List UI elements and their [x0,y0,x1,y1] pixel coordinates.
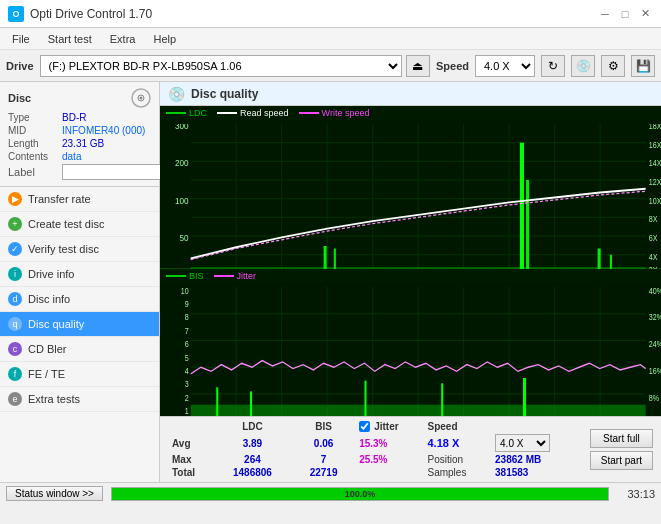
status-time: 33:13 [617,488,655,500]
legend-write-speed: Write speed [299,108,370,118]
avg-label: Avg [168,433,213,453]
total-label: Total [168,466,213,479]
close-button[interactable]: ✕ [637,6,653,22]
legend-bis: BIS [166,271,204,281]
create-test-disc-label: Create test disc [28,218,104,230]
app-icon: O [8,6,24,22]
drive-info-label: Drive info [28,268,74,280]
nav-item-verify-test-disc[interactable]: ✓ Verify test disc [0,237,159,262]
position-val: 23862 MB [491,453,582,466]
disc-info-label: Disc info [28,293,70,305]
nav-item-create-test-disc[interactable]: + Create test disc [0,212,159,237]
menu-file[interactable]: File [4,31,38,47]
start-full-button[interactable]: Start full [590,429,653,448]
chart2-svg: 10 9 8 7 6 5 4 3 2 1 40% 32% 24% 16% 8% [160,287,661,416]
jitter-row: Jitter [359,421,419,432]
nav-item-transfer-rate[interactable]: ▶ Transfer rate [0,187,159,212]
avg-speed-container: 4.18 X [423,433,491,453]
content-header: 💿 Disc quality [160,82,661,106]
jitter-col-label: Jitter [374,421,398,432]
speed-select[interactable]: 4.0 X [475,55,535,77]
progress-fill: 100.0% [112,488,608,500]
maximize-button[interactable]: □ [617,6,633,22]
svg-rect-96 [364,380,366,416]
contents-label: Contents [8,151,58,162]
status-window-button[interactable]: Status window >> [6,486,103,501]
write-speed-label: Write speed [322,108,370,118]
chart1-legend: LDC Read speed Write speed [160,106,661,120]
refresh-button[interactable]: ↻ [541,55,565,77]
svg-text:100: 100 [175,195,189,206]
nav-item-extra-tests[interactable]: e Extra tests [0,387,159,412]
save-button[interactable]: 💾 [631,55,655,77]
drive-label: Drive [6,60,34,72]
svg-text:32%: 32% [649,311,661,322]
nav-item-disc-info[interactable]: d Disc info [0,287,159,312]
menu-start-test[interactable]: Start test [40,31,100,47]
legend-read-speed: Read speed [217,108,289,118]
legend-ldc: LDC [166,108,207,118]
fe-te-label: FE / TE [28,368,65,380]
total-ldc-val: 1486806 [213,466,292,479]
read-speed-label: Read speed [240,108,289,118]
nav-item-fe-te[interactable]: f FE / TE [0,362,159,387]
nav-item-drive-info[interactable]: i Drive info [0,262,159,287]
svg-text:16X: 16X [649,140,661,150]
speed-label: Speed [436,60,469,72]
disc-quality-label: Disc quality [28,318,84,330]
svg-rect-93 [191,405,646,416]
minimize-button[interactable]: ─ [597,6,613,22]
svg-text:4X: 4X [649,252,658,262]
avg-speed-val: 4.18 X [427,437,459,449]
jitter-checkbox[interactable] [359,421,370,432]
bis-label: BIS [189,271,204,281]
disc-read-button[interactable]: 💿 [571,55,595,77]
start-part-button[interactable]: Start part [590,451,653,470]
disc-icon [131,88,151,108]
chart2-legend: BIS Jitter [160,269,661,283]
svg-text:6: 6 [185,338,189,349]
drive-select[interactable]: (F:) PLEXTOR BD-R PX-LB950SA 1.06 [40,55,402,77]
svg-text:5: 5 [185,351,189,362]
drive-toolbar: Drive (F:) PLEXTOR BD-R PX-LB950SA 1.06 … [0,50,661,82]
menu-help[interactable]: Help [145,31,184,47]
mid-value: INFOMER40 (000) [62,125,145,136]
sidebar: Disc Type BD-R MID INFOMER40 (000) Lengt… [0,82,160,482]
svg-rect-97 [441,383,443,416]
disc-info-icon: d [8,292,22,306]
nav-item-cd-bler[interactable]: c CD Bler [0,337,159,362]
menu-extra[interactable]: Extra [102,31,144,47]
svg-text:24%: 24% [649,338,661,349]
svg-text:1: 1 [185,405,189,416]
content-icon: 💿 [168,86,185,102]
svg-text:8: 8 [185,311,189,322]
ldc-color [166,112,186,114]
transfer-rate-label: Transfer rate [28,193,91,205]
titlebar: O Opti Drive Control 1.70 ─ □ ✕ [0,0,661,28]
jitter-color [214,275,234,277]
svg-text:4: 4 [185,365,189,376]
samples-label: Samples [423,466,491,479]
svg-rect-49 [526,180,529,273]
svg-text:8%: 8% [649,392,660,403]
max-ldc-val: 264 [213,453,292,466]
type-label: Type [8,112,58,123]
settings-button[interactable]: ⚙ [601,55,625,77]
svg-text:40%: 40% [649,287,661,296]
app-title: Opti Drive Control 1.70 [30,7,152,21]
create-test-disc-icon: + [8,217,22,231]
disc-info-panel: Disc Type BD-R MID INFOMER40 (000) Lengt… [0,82,159,187]
stats-table: LDC BIS Jitter Speed [168,420,582,479]
cd-bler-icon: c [8,342,22,356]
length-label: Length [8,138,58,149]
transfer-rate-icon: ▶ [8,192,22,206]
col-speed: Speed [423,420,491,433]
avg-jitter-val: 15.3% [355,433,423,453]
speed-target-select[interactable]: 4.0 X [495,434,550,452]
chart1-svg: 300 200 100 50 18X 16X 14X 12X 10X 8X 6X… [160,124,661,286]
fe-te-icon: f [8,367,22,381]
progress-bar: 100.0% [111,487,609,501]
nav-item-disc-quality[interactable]: q Disc quality [0,312,159,337]
eject-button[interactable]: ⏏ [406,55,430,77]
position-label: Position [423,453,491,466]
